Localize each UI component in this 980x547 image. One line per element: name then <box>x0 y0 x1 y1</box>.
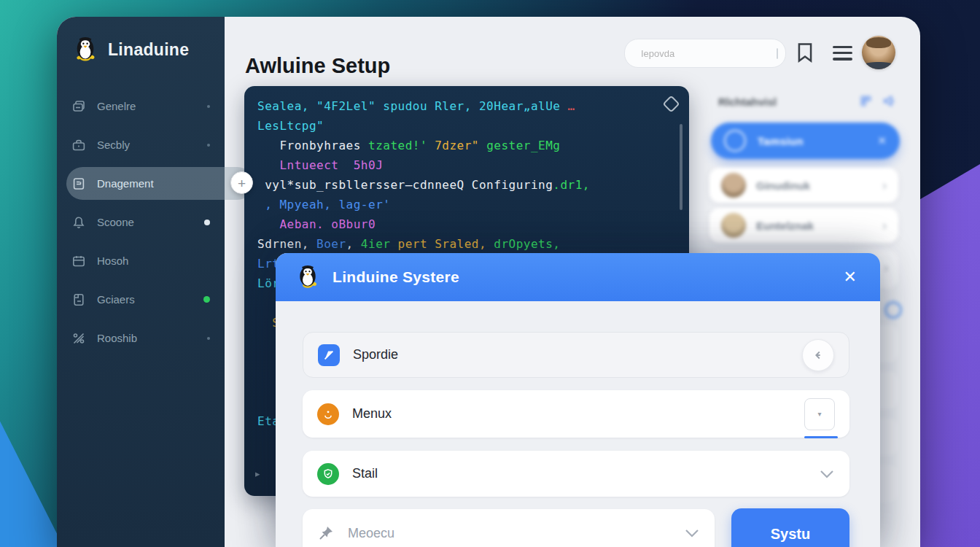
sidebar-item-genelre[interactable]: Genelre <box>57 87 225 125</box>
sidebar-item-label: Genelre <box>97 100 136 112</box>
field-label: Spordie <box>353 347 398 362</box>
page-title: Awluine Setup <box>245 54 390 78</box>
sidebar-item-secbly[interactable]: Secbly <box>57 125 225 164</box>
contact-name: Euntelznak <box>756 220 814 232</box>
field-stail[interactable]: Stail <box>303 451 849 497</box>
avatar <box>721 213 746 238</box>
calendar-icon <box>71 254 86 268</box>
panel-actions <box>860 95 895 107</box>
bookmark-icon <box>795 42 815 63</box>
sidebar-nav: Genelre Secbly Dnagement <box>57 87 225 357</box>
chevron-down-icon <box>684 528 700 538</box>
refresh-button[interactable] <box>802 339 834 371</box>
modal-header: Linduine Systere ✕ <box>276 253 880 301</box>
sidebar-item-label: Hosoh <box>97 255 128 267</box>
sidebar: Linaduine Genelre Secbly <box>57 17 225 547</box>
sidebar-item-dnagement[interactable]: Dnagement <box>57 164 225 203</box>
search-shortcut-icon <box>777 48 778 59</box>
focus-underline <box>804 436 838 438</box>
scrollbar-thumb[interactable] <box>680 124 682 210</box>
notification-dot <box>207 337 210 340</box>
panel-title: Rlchtahvisl <box>718 96 777 108</box>
caret-down-icon: ▾ <box>817 410 821 418</box>
brand-name: Linaduine <box>108 40 189 60</box>
distro-icon <box>317 403 339 425</box>
contact-name: Ginudinuk <box>756 179 810 192</box>
sidebar-item-label: Gciaers <box>97 293 135 306</box>
submit-button[interactable]: Systu <box>731 508 849 547</box>
activity-icon <box>71 331 86 346</box>
chevron-right-icon: › <box>884 260 888 276</box>
sidebar-item-label: Dnagement <box>97 177 154 190</box>
briefcase-icon <box>71 138 86 152</box>
field-spordie[interactable]: Spordie <box>303 332 849 378</box>
fold-arrow-icon[interactable]: ▸ <box>255 468 260 479</box>
sidebar-item-label: Scoone <box>97 216 134 228</box>
field-label: Menux <box>352 406 392 422</box>
pushpin-icon <box>317 524 335 542</box>
shield-icon <box>317 463 339 485</box>
media-icon <box>318 344 340 366</box>
document-icon <box>71 176 86 191</box>
sidebar-item-scoone[interactable]: Scoone <box>57 203 225 241</box>
pill-label: Tamsiun <box>758 135 804 147</box>
close-icon[interactable]: ✕ <box>877 134 887 147</box>
megaphone-icon[interactable] <box>882 95 895 107</box>
app-window: Linaduine Genelre Secbly <box>57 17 920 547</box>
contact-card[interactable]: Euntelznak › <box>709 208 898 243</box>
add-button[interactable]: + <box>230 171 253 194</box>
search-bar[interactable] <box>624 39 786 68</box>
setup-modal: Linduine Systere ✕ Spordie Menux ▾ <box>276 253 880 547</box>
sidebar-item-label: Rooshib <box>97 332 137 344</box>
bookmark-button[interactable] <box>795 42 815 63</box>
sidebar-item-hosoh[interactable]: Hosoh <box>57 241 225 280</box>
contact-card[interactable]: Ginudinuk › <box>709 168 898 203</box>
modal-title: Linduine Systere <box>332 268 459 286</box>
brand: Linaduine <box>71 36 189 63</box>
field-placeholder: Meoecu <box>348 526 394 541</box>
file-icon <box>71 292 86 307</box>
penguin-logo-icon <box>295 264 321 290</box>
notification-pill[interactable]: Tamsiun ✕ <box>711 123 900 159</box>
user-avatar[interactable] <box>862 36 895 69</box>
chevron-right-icon: › <box>882 218 887 233</box>
field-meoecu[interactable]: Meoecu <box>303 509 715 547</box>
ring-icon <box>724 130 746 152</box>
menu-button[interactable] <box>833 46 852 61</box>
layers-icon <box>71 99 86 114</box>
status-ring-icon <box>884 301 902 319</box>
sidebar-item-label: Secbly <box>97 139 130 151</box>
chevron-right-icon: › <box>882 178 887 193</box>
status-dot-green <box>203 296 210 303</box>
notification-dot <box>207 144 210 147</box>
chevron-down-icon <box>819 469 835 479</box>
field-menux[interactable]: Menux ▾ <box>303 390 849 438</box>
avatar <box>721 173 746 198</box>
modal-close-button[interactable]: ✕ <box>839 267 861 287</box>
notification-dot <box>207 105 210 108</box>
sidebar-item-gciaers[interactable]: Gciaers <box>57 280 225 319</box>
menu-icon <box>833 46 852 48</box>
search-input[interactable] <box>639 47 771 60</box>
mini-dropdown-button[interactable]: ▾ <box>804 398 835 430</box>
field-label: Stail <box>352 466 378 481</box>
penguin-logo-icon <box>71 36 99 63</box>
reply-icon <box>812 349 825 362</box>
sidebar-item-rooshib[interactable]: Rooshib <box>57 319 225 357</box>
bell-icon <box>71 215 86 230</box>
grid-icon[interactable] <box>860 95 872 107</box>
notification-dot <box>204 220 210 225</box>
